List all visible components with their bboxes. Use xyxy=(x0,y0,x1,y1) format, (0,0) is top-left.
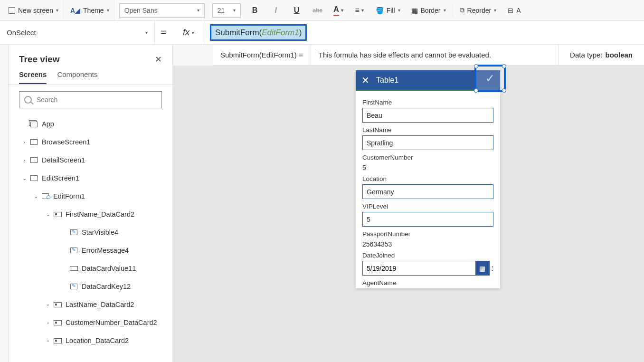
tree-node-datacardkey[interactable]: DataCardKey12 xyxy=(9,277,172,295)
tree-search[interactable] xyxy=(19,91,162,108)
tree-node-lastname-card[interactable]: ›LastName_DataCard2 xyxy=(9,295,172,314)
tree-node-detailscreen[interactable]: ›DetailScreen1 xyxy=(9,151,172,169)
tree-node-editscreen[interactable]: ⌄EditScreen1 xyxy=(9,169,172,187)
chevron-down-icon: ▾ xyxy=(107,8,109,13)
submit-button[interactable]: ✓ xyxy=(474,65,506,92)
chevron-down-icon: ▾ xyxy=(444,8,446,13)
chevron-down-icon: ▾ xyxy=(233,8,236,13)
passport-value: 25634353 xyxy=(362,240,493,248)
fill-button[interactable]: 🪣 Fill ▾ xyxy=(371,0,405,20)
date-input[interactable] xyxy=(362,261,475,276)
underline-button[interactable]: U xyxy=(287,0,306,20)
tree-label: EditForm1 xyxy=(53,192,85,200)
agent-label: AgentName xyxy=(362,279,493,286)
firstname-input[interactable] xyxy=(362,108,493,123)
datatype-value: boolean xyxy=(605,51,633,59)
tree-node-custnum-card[interactable]: ›CustomerNumber_DataCard2 xyxy=(9,314,172,332)
tree-scroll[interactable]: App ›BrowseScreen1 ›DetailScreen1 ⌄EditS… xyxy=(9,115,172,361)
formula-fn-name: SubmitForm xyxy=(215,28,259,37)
screen-icon xyxy=(9,7,15,14)
tree-label: DataCardValue11 xyxy=(82,265,136,272)
chevron-down-icon: ▾ xyxy=(341,8,343,13)
search-icon xyxy=(24,96,32,104)
tree-label: BrowseScreen1 xyxy=(42,138,90,146)
theme-button[interactable]: A◢ Theme ▾ xyxy=(66,0,114,20)
italic-button[interactable]: I xyxy=(266,0,285,20)
chevron-down-icon: ▾ xyxy=(361,8,364,13)
chevron-down-icon: ▾ xyxy=(197,8,199,13)
reorder-button[interactable]: ⧉ Reorder ▾ xyxy=(455,0,502,20)
new-screen-label: New screen xyxy=(18,7,53,14)
lastname-input[interactable] xyxy=(362,135,493,150)
formula-result-bar: SubmitForm(EditForm1) = This formula has… xyxy=(213,45,644,66)
label-icon xyxy=(70,248,77,253)
new-screen-button[interactable]: New screen ▾ xyxy=(4,0,64,20)
fontsize-combo[interactable]: 21 ▾ xyxy=(212,3,241,18)
theme-icon: A◢ xyxy=(70,7,80,14)
form-body: FirstName LastName CustomerNumber 5 Loca… xyxy=(356,91,500,288)
custnum-label: CustomerNumber xyxy=(362,154,493,161)
formula-bar: OnSelect ▾ = fx ▾ SubmitForm(EditForm1) xyxy=(0,21,644,45)
bold-button[interactable]: B xyxy=(246,0,265,20)
custnum-value: 5 xyxy=(362,164,493,171)
screen-icon xyxy=(30,157,38,163)
tab-components[interactable]: Components xyxy=(57,70,97,84)
tree-node-starvisible[interactable]: StarVisible4 xyxy=(9,223,172,241)
app-icon xyxy=(30,121,38,127)
formula-result-lhs: SubmitForm(EditForm1) = xyxy=(213,45,311,65)
tree-node-browsescreen[interactable]: ›BrowseScreen1 xyxy=(9,133,172,151)
chevron-down-icon: ▾ xyxy=(145,30,148,35)
tree-title: Tree view xyxy=(19,54,60,65)
fx-button[interactable]: fx ▾ xyxy=(172,21,205,44)
equals-label: = xyxy=(155,27,172,38)
cancel-icon[interactable]: ✕ xyxy=(361,75,369,86)
tree-node-errormessage[interactable]: ErrorMessage4 xyxy=(9,241,172,259)
tree-node-app[interactable]: App xyxy=(9,115,172,133)
border-button[interactable]: ▦ Border ▾ xyxy=(407,0,451,20)
tree-label: FirstName_DataCard2 xyxy=(66,210,134,218)
form-title: Table1 xyxy=(376,76,398,85)
tree-label: App xyxy=(42,120,54,128)
location-input[interactable] xyxy=(362,184,493,199)
tree-label: ErrorMessage4 xyxy=(82,247,129,254)
vip-input[interactable] xyxy=(362,212,493,227)
label-icon xyxy=(70,284,77,289)
font-value: Open Sans xyxy=(124,7,158,14)
tree-view-pane: Tree view ✕ Screens Components App ›Brow… xyxy=(9,45,173,362)
close-icon[interactable]: ✕ xyxy=(155,54,162,65)
formula-fn-arg: EditForm1 xyxy=(262,28,299,37)
property-selector[interactable]: OnSelect ▾ xyxy=(0,21,155,45)
fontcolor-button[interactable]: A▾ xyxy=(329,0,348,20)
datepicker-button[interactable]: ▦ xyxy=(475,261,490,276)
chevron-down-icon: ▾ xyxy=(398,8,400,13)
textalign-button[interactable]: ≡▾ xyxy=(350,0,369,20)
tree-label: LastName_DataCard2 xyxy=(66,301,134,308)
fill-label: Fill xyxy=(387,7,395,14)
paint-icon: 🪣 xyxy=(376,7,384,14)
tree-node-datacardvalue[interactable]: DataCardValue11 xyxy=(9,259,172,277)
align-icon: ≡ xyxy=(355,6,359,15)
tree-node-firstname-card[interactable]: ⌄FirstName_DataCard2 xyxy=(9,205,172,223)
search-input[interactable] xyxy=(37,96,157,104)
reorder-label: Reorder xyxy=(467,7,492,14)
calendar-icon: ▦ xyxy=(479,265,485,272)
tree-node-editform[interactable]: ⌄EditForm1 xyxy=(9,187,172,205)
tree-label: StarVisible4 xyxy=(82,229,118,236)
date-label: DateJoined xyxy=(362,252,493,259)
border-icon: ▦ xyxy=(412,7,418,14)
tree-label: Location_DataCard2 xyxy=(66,337,129,344)
tree-node-location-card[interactable]: ›Location_DataCard2 xyxy=(9,332,172,350)
chevron-down-icon: ▾ xyxy=(494,8,496,13)
strike-button[interactable]: abc xyxy=(308,0,327,20)
form-preview: ✕ Table1 ✓ FirstName LastName CustomerNu… xyxy=(356,70,500,288)
location-label: Location xyxy=(362,175,493,182)
datacard-icon xyxy=(54,320,62,325)
tree-label: EditScreen1 xyxy=(42,174,79,182)
design-canvas[interactable]: ✕ Table1 ✓ FirstName LastName CustomerNu… xyxy=(173,66,644,362)
align-button[interactable]: ⊟ A xyxy=(503,0,525,20)
formula-input[interactable]: SubmitForm(EditForm1) xyxy=(210,24,307,41)
tab-screens[interactable]: Screens xyxy=(19,70,47,84)
fontsize-value: 21 xyxy=(218,7,225,14)
tree-label: DetailScreen1 xyxy=(42,156,85,164)
font-combo[interactable]: Open Sans ▾ xyxy=(119,3,205,18)
